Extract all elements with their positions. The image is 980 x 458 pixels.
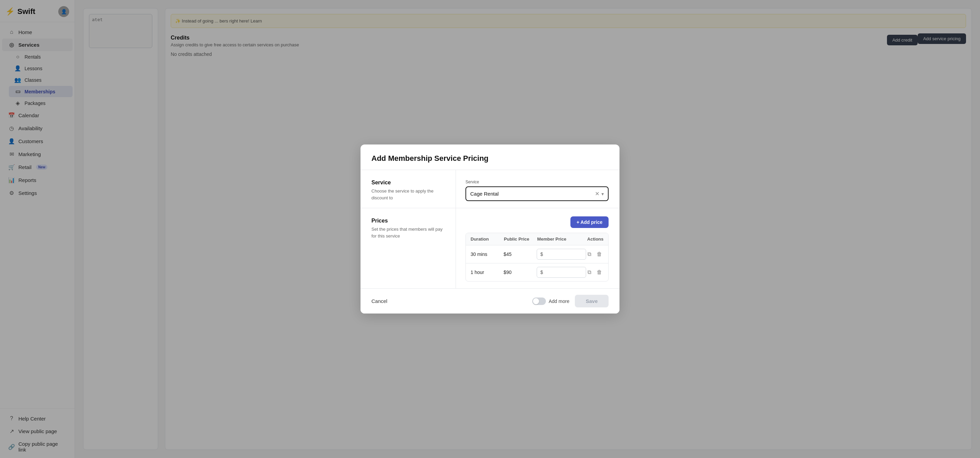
- prices-top-bar: + Add price: [466, 216, 609, 228]
- toggle-track[interactable]: [532, 297, 546, 305]
- public-price-cell: $45: [504, 251, 537, 257]
- modal-footer: Cancel Add more Save: [361, 288, 619, 313]
- chevron-down-icon[interactable]: ▾: [601, 191, 604, 197]
- cancel-button[interactable]: Cancel: [371, 298, 387, 304]
- service-field-label: Service: [466, 180, 609, 184]
- member-price-field-row2[interactable]: [544, 270, 572, 275]
- modal-dialog: Add Membership Service Pricing Service C…: [361, 145, 619, 313]
- prices-section-title: Prices: [371, 218, 446, 224]
- member-price-field-row1[interactable]: [544, 251, 572, 257]
- dollar-sign: $: [541, 270, 543, 275]
- price-table: Duration Public Price Member Price Actio…: [466, 233, 609, 281]
- dollar-sign: $: [541, 251, 543, 257]
- add-more-label: Add more: [549, 299, 570, 304]
- duration-cell: 30 mins: [471, 251, 504, 257]
- public-price-header: Public Price: [504, 237, 538, 242]
- prices-input-area: + Add price Duration Public Price Member…: [456, 208, 619, 288]
- toggle-thumb: [533, 298, 539, 304]
- modal-overlay: Add Membership Service Pricing Service C…: [75, 0, 980, 458]
- price-table-header: Duration Public Price Member Price Actio…: [466, 233, 608, 245]
- prices-section: Prices Set the prices that members will …: [361, 208, 619, 288]
- delete-button-row1[interactable]: 🗑: [595, 250, 603, 259]
- modal-title: Add Membership Service Pricing: [371, 154, 609, 163]
- service-section-title: Service: [371, 180, 446, 186]
- main-content: ✨ Instead of going ... bers right here! …: [75, 0, 980, 458]
- member-price-header: Member Price: [538, 237, 587, 242]
- duration-cell: 1 hour: [471, 270, 504, 275]
- prices-section-desc: Set the prices that members will pay for…: [371, 226, 446, 239]
- row-actions-1: ⧉ 🗑: [586, 250, 603, 259]
- service-selected-value: Cage Rental: [470, 191, 592, 197]
- member-price-input-row2[interactable]: $: [537, 267, 586, 278]
- table-row: 30 mins $45 $ ⧉ 🗑: [466, 245, 608, 263]
- footer-right: Add more Save: [532, 295, 609, 307]
- copy-button-row2[interactable]: ⧉: [586, 268, 593, 277]
- row-actions-2: ⧉ 🗑: [586, 268, 603, 277]
- public-price-cell: $90: [504, 270, 537, 275]
- copy-button-row1[interactable]: ⧉: [586, 250, 593, 259]
- duration-header: Duration: [471, 237, 504, 242]
- service-section: Service Choose the service to apply the …: [361, 170, 619, 208]
- table-row: 1 hour $90 $ ⧉ 🗑: [466, 263, 608, 281]
- service-input-area: Service Cage Rental ✕ ▾: [456, 170, 619, 208]
- service-dropdown[interactable]: Cage Rental ✕ ▾: [466, 186, 609, 201]
- add-more-toggle[interactable]: Add more: [532, 297, 570, 305]
- member-price-input-row1[interactable]: $: [537, 249, 586, 260]
- select-icons: ✕ ▾: [595, 191, 604, 197]
- save-button[interactable]: Save: [575, 295, 609, 307]
- add-price-button[interactable]: + Add price: [570, 216, 609, 228]
- delete-button-row2[interactable]: 🗑: [595, 268, 603, 277]
- service-section-desc: Choose the service to apply the discount…: [371, 188, 446, 201]
- clear-icon[interactable]: ✕: [595, 191, 600, 197]
- service-description: Service Choose the service to apply the …: [361, 170, 456, 208]
- actions-header: Actions: [587, 237, 603, 242]
- prices-description: Prices Set the prices that members will …: [361, 208, 456, 288]
- modal-header: Add Membership Service Pricing: [361, 145, 619, 170]
